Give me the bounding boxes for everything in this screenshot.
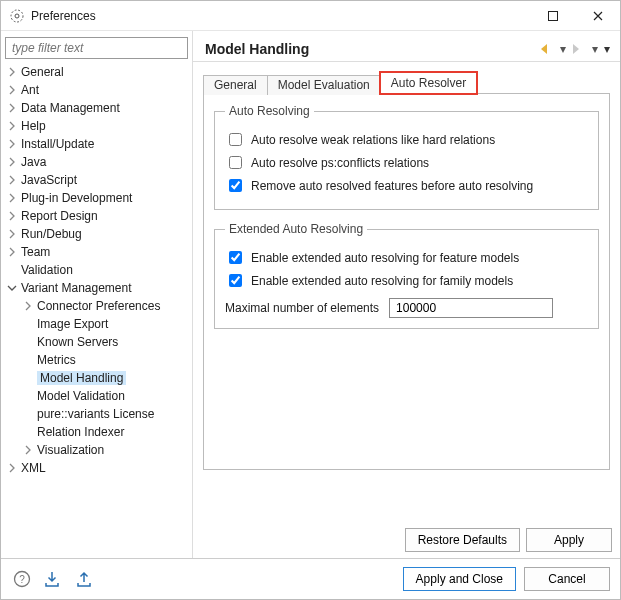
tree-item[interactable]: Metrics xyxy=(21,351,188,369)
tree-item[interactable]: Relation Indexer xyxy=(21,423,188,441)
chevron-right-icon[interactable] xyxy=(7,463,21,473)
chevron-right-icon[interactable] xyxy=(7,139,21,149)
chevron-right-icon[interactable] xyxy=(23,445,37,455)
nav-forward-button[interactable] xyxy=(572,43,586,55)
checkbox-remove-before-resolving[interactable]: Remove auto resolved features before aut… xyxy=(225,176,588,195)
tree-item[interactable]: Java xyxy=(5,153,188,171)
apply-and-close-button[interactable]: Apply and Close xyxy=(403,567,516,591)
tree-item[interactable]: Validation xyxy=(5,261,188,279)
checkbox-input[interactable] xyxy=(229,133,242,146)
titlebar: Preferences xyxy=(1,1,620,31)
chevron-right-icon[interactable] xyxy=(7,157,21,167)
tree-item[interactable]: Team xyxy=(5,243,188,261)
page-title: Model Handling xyxy=(205,41,540,57)
nav-forward-menu[interactable]: ▾ xyxy=(592,42,598,56)
checkbox-input[interactable] xyxy=(229,274,242,287)
tree-item[interactable]: Variant Management xyxy=(5,279,188,297)
nav-view-menu[interactable]: ▾ xyxy=(604,42,610,56)
tab[interactable]: Auto Resolver xyxy=(380,72,477,94)
tree-item-label: XML xyxy=(21,461,46,475)
checkbox-label: Remove auto resolved features before aut… xyxy=(251,179,533,193)
checkbox-input[interactable] xyxy=(229,251,242,264)
checkbox-label: Auto resolve weak relations like hard re… xyxy=(251,133,495,147)
checkbox-label: Enable extended auto resolving for featu… xyxy=(251,251,519,265)
tree-item[interactable]: JavaScript xyxy=(5,171,188,189)
max-elements-input[interactable] xyxy=(389,298,553,318)
tree-item[interactable]: Model Validation xyxy=(21,387,188,405)
svg-point-0 xyxy=(15,14,19,18)
checkbox-extended-feature-models[interactable]: Enable extended auto resolving for featu… xyxy=(225,248,588,267)
export-preferences-button[interactable] xyxy=(75,568,97,590)
tree-item[interactable]: Report Design xyxy=(5,207,188,225)
tree-item-label: Known Servers xyxy=(37,335,118,349)
chevron-right-icon[interactable] xyxy=(7,175,21,185)
checkbox-auto-resolve-weak[interactable]: Auto resolve weak relations like hard re… xyxy=(225,130,588,149)
tree-item[interactable]: Run/Debug xyxy=(5,225,188,243)
tree-item[interactable]: Model Handling xyxy=(21,369,188,387)
tree-item-label: Model Handling xyxy=(37,371,126,385)
svg-point-1 xyxy=(11,10,23,22)
tree-item[interactable]: XML xyxy=(5,459,188,477)
main-panel: Model Handling ▾ ▾ ▾ GeneralModel Evalua… xyxy=(193,31,620,558)
window-maximize-button[interactable] xyxy=(530,1,575,31)
window-close-button[interactable] xyxy=(575,1,620,31)
chevron-right-icon[interactable] xyxy=(23,301,37,311)
filter-input[interactable] xyxy=(5,37,188,59)
group-legend: Extended Auto Resolving xyxy=(225,222,367,236)
tree-item[interactable]: Data Management xyxy=(5,99,188,117)
tree-item-label: Install/Update xyxy=(21,137,94,151)
group-extended-auto-resolving: Extended Auto Resolving Enable extended … xyxy=(214,222,599,329)
apply-button[interactable]: Apply xyxy=(526,528,612,552)
tree-item-label: JavaScript xyxy=(21,173,77,187)
page-nav-toolbar: ▾ ▾ ▾ xyxy=(540,42,610,56)
chevron-right-icon[interactable] xyxy=(7,85,21,95)
chevron-right-icon[interactable] xyxy=(7,211,21,221)
nav-back-button[interactable] xyxy=(540,43,554,55)
chevron-right-icon[interactable] xyxy=(7,67,21,77)
tree-item-label: Report Design xyxy=(21,209,98,223)
dialog-button-bar: ? Apply and Close Cancel xyxy=(1,558,620,599)
chevron-down-icon[interactable] xyxy=(7,283,21,293)
tree-item[interactable]: Known Servers xyxy=(21,333,188,351)
page-button-bar: Restore Defaults Apply xyxy=(193,524,620,558)
content-area: GeneralAntData ManagementHelpInstall/Upd… xyxy=(1,31,620,558)
checkbox-input[interactable] xyxy=(229,179,242,192)
svg-text:?: ? xyxy=(19,574,25,585)
tab[interactable]: General xyxy=(203,75,268,95)
checkbox-input[interactable] xyxy=(229,156,242,169)
help-button[interactable]: ? xyxy=(11,568,33,590)
field-label: Maximal number of elements xyxy=(225,301,379,315)
checkbox-auto-resolve-conflicts[interactable]: Auto resolve ps:conflicts relations xyxy=(225,153,588,172)
tree-item-label: Variant Management xyxy=(21,281,132,295)
tree-item[interactable]: Visualization xyxy=(21,441,188,459)
tab-content: Auto Resolving Auto resolve weak relatio… xyxy=(203,94,610,470)
field-max-elements: Maximal number of elements xyxy=(225,298,588,318)
tree-item[interactable]: Connector Preferences xyxy=(21,297,188,315)
tree-item[interactable]: Plug-in Development xyxy=(5,189,188,207)
preferences-tree[interactable]: GeneralAntData ManagementHelpInstall/Upd… xyxy=(5,63,188,477)
tree-item-label: Validation xyxy=(21,263,73,277)
nav-back-menu[interactable]: ▾ xyxy=(560,42,566,56)
cancel-button[interactable]: Cancel xyxy=(524,567,610,591)
tab[interactable]: Model Evaluation xyxy=(267,75,381,95)
tree-item[interactable]: Image Export xyxy=(21,315,188,333)
tree-item[interactable]: Help xyxy=(5,117,188,135)
checkbox-extended-family-models[interactable]: Enable extended auto resolving for famil… xyxy=(225,271,588,290)
import-preferences-button[interactable] xyxy=(43,568,65,590)
tree-item[interactable]: Install/Update xyxy=(5,135,188,153)
tree-item[interactable]: Ant xyxy=(5,81,188,99)
chevron-right-icon[interactable] xyxy=(7,229,21,239)
tree-item-label: Image Export xyxy=(37,317,108,331)
tree-item[interactable]: General xyxy=(5,63,188,81)
chevron-right-icon[interactable] xyxy=(7,121,21,131)
restore-defaults-button[interactable]: Restore Defaults xyxy=(405,528,520,552)
tree-item-label: Data Management xyxy=(21,101,120,115)
tree-item-label: Run/Debug xyxy=(21,227,82,241)
preferences-tree-sidebar: GeneralAntData ManagementHelpInstall/Upd… xyxy=(1,31,193,558)
svg-rect-2 xyxy=(548,11,557,20)
group-auto-resolving: Auto Resolving Auto resolve weak relatio… xyxy=(214,104,599,210)
tree-item[interactable]: pure::variants License xyxy=(21,405,188,423)
chevron-right-icon[interactable] xyxy=(7,247,21,257)
chevron-right-icon[interactable] xyxy=(7,193,21,203)
chevron-right-icon[interactable] xyxy=(7,103,21,113)
